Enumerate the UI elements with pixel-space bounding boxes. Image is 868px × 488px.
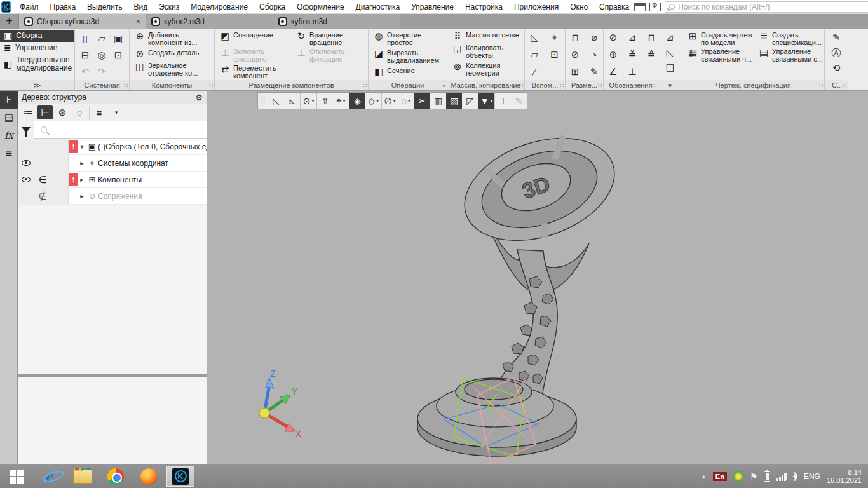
explorer-taskbar-button[interactable] [66, 464, 99, 488]
expand-icon[interactable]: ▼ [78, 144, 86, 150]
tree-row-components[interactable]: ∈ ! ► ⊞ Компоненты [18, 172, 207, 188]
menu-view[interactable]: Вид [128, 1, 153, 13]
include-icon[interactable]: ∈ [34, 174, 51, 186]
rotation-rotation-button[interactable]: ↻Вращение-вращение [294, 30, 369, 47]
input-lang-badge[interactable]: En [713, 472, 727, 481]
volume-icon[interactable] [792, 473, 797, 480]
create-part-button[interactable]: ⊛Создать деталь [132, 48, 212, 60]
notation-perp-icon[interactable]: ⊥ [625, 65, 639, 79]
category-assembly[interactable]: ▣Сборка [0, 30, 74, 42]
refresh-link-icon[interactable]: ⟲ [829, 61, 843, 75]
print-icon[interactable]: ⊟ [78, 48, 92, 62]
visibility-eye-icon[interactable] [22, 160, 31, 166]
firefox-taskbar-button[interactable] [132, 464, 165, 488]
kompas-taskbar-button[interactable]: K [166, 466, 194, 487]
simple-hole-button[interactable]: ◍Отверстие простое [371, 30, 444, 47]
menu-diagnostics[interactable]: Диагностика [351, 1, 405, 13]
tree-marquee-icon[interactable]: ◌ [72, 105, 87, 119]
tree-relations-icon[interactable]: ⊛ [55, 105, 70, 119]
panel-menu-icon[interactable]: ≡ [0, 144, 18, 162]
tree-panel-icon[interactable]: ⊦ [0, 91, 18, 109]
aux-axis-icon[interactable]: ∕ [527, 65, 541, 79]
aux-plane-icon[interactable]: ◺ [527, 30, 541, 44]
mirror-component-button[interactable]: ◫Зеркальное отражение ко... [132, 61, 212, 78]
aux-point-icon[interactable]: ⌖ [548, 30, 562, 44]
aux-lcs-icon[interactable]: ⊡ [548, 48, 562, 62]
move-component-button[interactable]: ⇄Переместить компонент [217, 64, 292, 80]
layout-icon[interactable] [634, 3, 646, 11]
group-more-icon[interactable]: ▾ [442, 82, 445, 89]
group-grip-icon[interactable]: ∷ [363, 82, 367, 89]
group-grip-icon[interactable]: ∷ [598, 82, 602, 89]
notation-mark-icon[interactable]: ⊓ [644, 30, 658, 44]
group-grip-icon[interactable]: ∷ [843, 82, 846, 89]
geometry-collection-button[interactable]: ⊚Коллекция геометрии [450, 61, 522, 78]
tree-structure-view-icon[interactable]: ⊢ [37, 105, 53, 119]
filter-icon[interactable] [18, 121, 34, 139]
notation-angle-icon[interactable]: ∠ [606, 65, 620, 79]
copy-objects-button[interactable]: ◱Копировать объекты [450, 43, 522, 60]
create-drawing-button[interactable]: ⊞Создать чертеж по модели [685, 30, 755, 47]
notation-tolerance-icon[interactable]: ⊿ [625, 30, 639, 44]
menu-select[interactable]: Выделить [82, 1, 127, 13]
expand-icon[interactable]: ► [78, 177, 86, 183]
dim-grid-icon[interactable]: ⊞ [568, 65, 582, 79]
clock[interactable]: 8:14 16.01.2021 [827, 468, 862, 485]
linked-drawings-button[interactable]: ▦Управление связанными ч... [685, 47, 755, 64]
expand-icon[interactable]: ► [78, 160, 86, 166]
new-document-icon[interactable]: ▯ [78, 32, 92, 46]
open-icon[interactable]: ▱ [95, 32, 109, 46]
parameters-panel-icon[interactable]: ▤ [0, 109, 18, 126]
exclude-icon[interactable]: ∉ [34, 191, 51, 202]
sheet-query-icon[interactable]: ⊿ [663, 30, 677, 44]
group-grip-icon[interactable]: ∷ [519, 82, 523, 89]
create-spec-button[interactable]: ≣Создать спецификаци... [756, 30, 826, 47]
menu-help[interactable]: Справка [594, 1, 634, 13]
menu-file[interactable]: Файл [15, 1, 44, 13]
notation-roughness-icon[interactable]: ⊘ [606, 30, 620, 44]
cut-extrude-button[interactable]: ◪Вырезать выдавливанием [371, 48, 444, 65]
dim-radial-icon[interactable]: ⌀ [587, 30, 601, 44]
dim-angular-icon[interactable]: ◔ [587, 48, 601, 62]
visibility-eye-icon[interactable] [22, 177, 31, 182]
group-grip-icon[interactable]: ∷ [653, 82, 656, 89]
command-search-input[interactable] [678, 3, 868, 11]
menu-modeling[interactable]: Моделирование [186, 1, 253, 13]
group-grip-icon[interactable]: ∷ [124, 82, 128, 89]
dim-linear-icon[interactable]: ⊓ [568, 30, 582, 44]
window-settings-icon[interactable] [649, 3, 661, 11]
collapse-chevron-icon[interactable]: ≫ [34, 81, 41, 90]
chevron-down-icon[interactable]: ▾ [109, 105, 124, 119]
add-component-button[interactable]: ⊕Добавить компонент из... [132, 30, 212, 47]
sheet-query2-icon[interactable]: ◺ [663, 46, 677, 60]
sheet-corner-icon[interactable]: ❏ [663, 61, 677, 75]
language-indicator[interactable]: ENG [804, 472, 820, 481]
tree-numbered-view-icon[interactable]: ≔ [20, 105, 36, 119]
notation-datum-icon[interactable]: ⊕ [606, 48, 620, 62]
antivirus-icon[interactable] [733, 471, 743, 482]
preview-icon[interactable]: ◎ [95, 48, 109, 62]
menu-edit[interactable]: Правка [45, 1, 81, 13]
autotext-icon[interactable]: Ⓐ [829, 46, 843, 60]
chrome-taskbar-button[interactable] [99, 464, 132, 488]
category-management[interactable]: ≣Управление [0, 42, 74, 54]
linked-specs-button[interactable]: ▤Управление связанными с... [756, 47, 826, 64]
tray-expand-icon[interactable]: ▲ [701, 473, 707, 480]
tab-assembly-kubok[interactable]: Сборка кубок.a3d × [19, 14, 146, 29]
tree-search-input[interactable] [52, 125, 207, 135]
section-button[interactable]: ◧Сечение [371, 66, 444, 78]
group-more-icon[interactable]: ▾ [668, 81, 672, 90]
start-button[interactable] [0, 464, 33, 488]
menu-management[interactable]: Управление [406, 1, 459, 13]
menu-window[interactable]: Окно [565, 1, 593, 13]
command-search[interactable] [665, 1, 868, 13]
tree-row-mates[interactable]: ∉ ► ⊘ Сопряжения [18, 188, 207, 205]
group-grip-icon[interactable]: ∷ [819, 82, 823, 89]
variables-panel-icon[interactable]: fx [0, 126, 18, 144]
coincidence-button[interactable]: ◩Совпадение [217, 30, 292, 47]
gear-icon[interactable]: ⚙ [195, 93, 203, 102]
menu-settings[interactable]: Настройка [460, 1, 508, 13]
category-solid-modeling[interactable]: ◧Твердотельное моделирование [0, 54, 74, 74]
new-tab-button[interactable]: + [0, 14, 19, 29]
dim-diameter-icon[interactable]: ⊘ [568, 48, 582, 62]
